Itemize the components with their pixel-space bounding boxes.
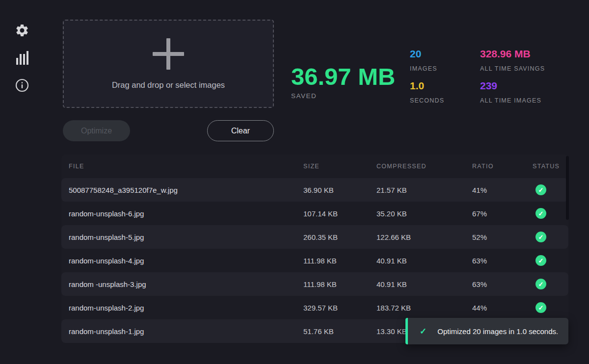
file-compressed: 183.72 KB [376, 304, 472, 312]
sidebar-item-statistics[interactable] [14, 50, 30, 66]
toast-message: Optimized 20 images in 1.0 seconds. [437, 327, 558, 336]
file-name: 50087758248_a395120f7e_w.jpg [69, 186, 303, 194]
bar-chart-icon [15, 50, 29, 66]
file-name: random-unsplash-6.jpg [69, 209, 303, 218]
sidebar-item-info[interactable] [14, 77, 30, 94]
info-icon [15, 78, 29, 92]
file-ratio: 41% [472, 186, 533, 194]
table-row[interactable]: random -unsplash-3.jpg 111.98 KB 40.91 K… [61, 272, 568, 296]
table-header-row: FILE SIZE COMPRESSED RATIO STATUS [61, 155, 568, 178]
column-header-ratio: RATIO [472, 163, 533, 170]
seconds-label: SECONDS [410, 97, 444, 104]
success-check-icon: ✓ [535, 232, 546, 242]
file-ratio: 44% [472, 304, 533, 312]
file-compressed: 35.20 KB [376, 209, 472, 218]
file-ratio: 63% [472, 280, 533, 288]
table-scrollbar-thumb[interactable] [566, 156, 569, 220]
file-name: random-unsplash-1.jpg [69, 327, 303, 336]
alltime-images-value: 239 [480, 80, 545, 91]
column-header-status: STATUS [533, 163, 561, 170]
file-name: random -unsplash-3.jpg [69, 280, 303, 288]
dropzone[interactable]: Drag and drop or select images [63, 20, 274, 108]
success-check-icon: ✓ [535, 184, 546, 195]
table-row[interactable]: random-unsplash-4.jpg 111.98 KB 40.91 KB… [61, 249, 568, 272]
success-check-icon: ✓ [535, 279, 546, 289]
file-size: 260.35 KB [303, 233, 376, 241]
alltime-savings-value: 328.96 MB [480, 49, 545, 59]
file-ratio: 52% [472, 233, 533, 241]
column-header-size: SIZE [303, 163, 376, 170]
saved-value: 36.97 MB [291, 64, 395, 90]
saved-label: SAVED [291, 92, 395, 100]
file-compressed: 21.57 KB [376, 186, 472, 194]
file-name: random-unsplash-4.jpg [69, 257, 303, 265]
images-label: IMAGES [410, 65, 444, 72]
plus-icon [153, 38, 184, 70]
table-row[interactable]: random-unsplash-6.jpg 107.14 KB 35.20 KB… [61, 202, 568, 225]
gear-icon [15, 23, 29, 38]
file-compressed: 122.66 KB [376, 233, 472, 241]
file-size: 107.14 KB [303, 209, 376, 218]
stat-column-alltime: 328.96 MB ALL TIME SAVINGS 239 ALL TIME … [480, 49, 545, 112]
table-row[interactable]: random-unsplash-5.jpg 260.35 KB 122.66 K… [61, 225, 568, 249]
file-name: random-unsplash-5.jpg [69, 233, 303, 241]
stat-column-session: 20 IMAGES 1.0 SECONDS [410, 49, 444, 112]
file-ratio: 67% [472, 209, 533, 218]
sidebar [0, 0, 44, 364]
success-check-icon: ✓ [535, 208, 546, 219]
toast-check-icon: ✓ [420, 326, 427, 337]
table-row[interactable]: random-unsplash-2.jpg 329.57 KB 183.72 K… [61, 296, 568, 319]
success-check-icon: ✓ [535, 255, 546, 266]
file-size: 111.98 KB [303, 280, 376, 288]
file-compressed: 40.91 KB [376, 257, 472, 265]
success-check-icon: ✓ [535, 302, 546, 313]
images-value: 20 [410, 49, 444, 59]
clear-button[interactable]: Clear [207, 120, 274, 141]
toast-notification: ✓ Optimized 20 images in 1.0 seconds. [405, 318, 568, 344]
column-header-file: FILE [69, 163, 303, 170]
file-table: FILE SIZE COMPRESSED RATIO STATUS 500877… [61, 155, 568, 343]
file-name: random-unsplash-2.jpg [69, 304, 303, 312]
file-ratio: 63% [472, 257, 533, 265]
alltime-savings-label: ALL TIME SAVINGS [480, 65, 545, 72]
file-size: 51.76 KB [303, 327, 376, 336]
file-size: 111.98 KB [303, 257, 376, 265]
sidebar-item-settings[interactable] [14, 22, 30, 39]
file-size: 329.57 KB [303, 304, 376, 312]
table-row[interactable]: 50087758248_a395120f7e_w.jpg 36.90 KB 21… [61, 178, 568, 202]
alltime-images-label: ALL TIME IMAGES [480, 97, 545, 104]
dropzone-label: Drag and drop or select images [112, 80, 225, 90]
seconds-value: 1.0 [410, 80, 444, 91]
file-compressed: 40.91 KB [376, 280, 472, 288]
optimize-button[interactable]: Optimize [63, 120, 130, 141]
file-size: 36.90 KB [303, 186, 376, 194]
column-header-compressed: COMPRESSED [376, 163, 472, 170]
stat-saved: 36.97 MB SAVED [291, 64, 395, 100]
